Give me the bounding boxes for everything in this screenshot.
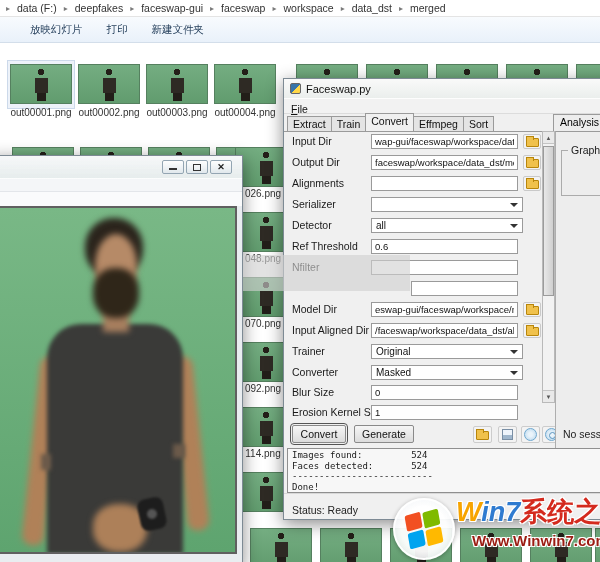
field-label: Converter xyxy=(292,366,338,378)
tab-sort[interactable]: Sort xyxy=(463,116,494,131)
browse-folder-button[interactable] xyxy=(523,176,541,191)
clear-icon xyxy=(524,428,537,441)
field-label: Blur Size xyxy=(292,386,334,398)
tab-analysis[interactable]: Analysis xyxy=(553,114,600,132)
detector-dropdown[interactable]: all xyxy=(371,218,523,233)
chevron-icon: ▸ xyxy=(399,4,403,13)
field-label: Serializer xyxy=(292,198,336,210)
breadcrumb-drive[interactable]: data (F:) xyxy=(17,2,57,14)
scrollbar-thumb[interactable] xyxy=(543,146,554,296)
input-dir-field[interactable] xyxy=(371,134,518,149)
serializer-dropdown[interactable] xyxy=(371,197,523,212)
photo-viewer-window: ✕ xyxy=(0,155,243,562)
field-label: Detector xyxy=(292,219,332,231)
window-title: Faceswap.py xyxy=(306,83,371,95)
tab-train[interactable]: Train xyxy=(331,116,367,131)
converter-dropdown[interactable]: Masked xyxy=(371,365,523,380)
close-icon: ✕ xyxy=(211,161,231,174)
dropdown-value: Original xyxy=(376,346,410,357)
browse-folder-button[interactable] xyxy=(523,302,541,317)
file-thumbnail[interactable] xyxy=(250,528,312,562)
new-folder-button[interactable]: 新建文件夹 xyxy=(152,23,205,37)
convert-button[interactable]: Convert xyxy=(292,425,346,443)
field-label: Input Dir xyxy=(292,135,332,147)
green-screen-figure-icon xyxy=(253,475,279,509)
minimize-button[interactable] xyxy=(162,160,184,174)
load-config-button[interactable] xyxy=(473,426,492,443)
save-config-button[interactable] xyxy=(498,426,517,443)
field-label: Ref Threshold xyxy=(292,240,358,252)
graphs-label: Graphs xyxy=(568,144,600,156)
chevron-icon: ▸ xyxy=(341,4,345,13)
chevron-icon: ▸ xyxy=(272,4,276,13)
watermark-brand: Win7系统之家 xyxy=(456,494,600,530)
file-thumbnail[interactable] xyxy=(320,528,382,562)
form-scrollbar[interactable]: ▲ ▼ xyxy=(542,131,555,403)
alignments-field[interactable] xyxy=(371,176,518,191)
tab-effmpeg[interactable]: Effmpeg xyxy=(413,116,464,131)
folder-icon xyxy=(476,431,489,440)
browse-folder-button[interactable] xyxy=(523,155,541,170)
maximize-button[interactable] xyxy=(186,160,208,174)
chevron-down-icon xyxy=(510,350,518,358)
scroll-up-arrow-icon[interactable]: ▲ xyxy=(543,132,554,144)
dropdown-value: Masked xyxy=(376,367,411,378)
faceswap-titlebar[interactable]: Faceswap.py xyxy=(284,79,600,99)
ref-threshold-field[interactable] xyxy=(371,239,518,254)
file-thumbnail[interactable] xyxy=(10,64,72,104)
browse-folder-button[interactable] xyxy=(523,323,541,338)
clear-config-button[interactable] xyxy=(521,426,540,443)
chevron-icon: ▸ xyxy=(64,4,68,13)
console-output: Images found: 524 Faces detected: 524 --… xyxy=(287,448,600,493)
trainer-dropdown[interactable]: Original xyxy=(371,344,523,359)
chevron-down-icon xyxy=(510,224,518,232)
print-button[interactable]: 打印 xyxy=(107,23,128,37)
chevron-icon: ▸ xyxy=(6,4,10,13)
chevron-down-icon xyxy=(510,203,518,211)
model-dir-field[interactable] xyxy=(371,302,518,317)
erosion-kernel-size-field[interactable] xyxy=(371,405,518,420)
dropdown-value: all xyxy=(376,220,386,231)
breadcrumb-merged[interactable]: merged xyxy=(410,2,446,14)
file-thumbnail[interactable] xyxy=(146,64,208,104)
file-thumbnail[interactable] xyxy=(214,64,276,104)
brand-cn: 系统之家 xyxy=(520,497,600,527)
console-text: Images found: 524 Faces detected: 524 --… xyxy=(288,449,600,493)
explorer-toolbar: 放映幻灯片 打印 新建文件夹 xyxy=(0,17,600,43)
output-dir-field[interactable] xyxy=(371,155,518,170)
file-thumbnail[interactable] xyxy=(78,64,140,104)
session-status: No session xyxy=(555,421,600,448)
file-label[interactable]: out00001.png xyxy=(6,107,76,118)
save-icon xyxy=(502,429,513,440)
generate-button[interactable]: Generate xyxy=(354,425,414,443)
faceswap-menubar: File xyxy=(284,99,600,114)
green-screen-figure-icon xyxy=(268,531,294,562)
scroll-down-arrow-icon[interactable]: ▼ xyxy=(543,390,554,402)
chevron-down-icon xyxy=(510,371,518,379)
file-label[interactable]: out00002.png xyxy=(74,107,144,118)
photo-viewer-titlebar[interactable]: ✕ xyxy=(0,156,242,179)
chevron-icon: ▸ xyxy=(130,4,134,13)
windows-logo-icon xyxy=(393,498,455,560)
maximize-icon xyxy=(193,164,201,171)
slideshow-button[interactable]: 放映幻灯片 xyxy=(30,23,83,37)
file-label[interactable]: out00003.png xyxy=(142,107,212,118)
tab-convert[interactable]: Convert xyxy=(365,113,414,131)
blur-size-field[interactable] xyxy=(371,385,518,400)
field-label: Input Aligned Dir xyxy=(292,324,369,336)
folder-icon xyxy=(526,327,539,336)
breadcrumb-faceswap[interactable]: faceswap xyxy=(221,2,265,14)
close-button[interactable]: ✕ xyxy=(210,160,232,174)
minimize-icon xyxy=(169,168,177,170)
action-bar: Convert Generate xyxy=(284,421,555,448)
file-label[interactable]: out00004.png xyxy=(210,107,280,118)
tab-extract[interactable]: Extract xyxy=(287,116,332,131)
breadcrumb-deepfakes[interactable]: deepfakes xyxy=(75,2,123,14)
breadcrumb-faceswap-gui[interactable]: faceswap-gui xyxy=(141,2,203,14)
filter-field[interactable] xyxy=(411,281,518,296)
input-aligned-dir-field[interactable] xyxy=(371,323,518,338)
breadcrumb-data-dst[interactable]: data_dst xyxy=(352,2,392,14)
photo-viewer-toolbar xyxy=(0,192,242,206)
browse-folder-button[interactable] xyxy=(523,134,541,149)
breadcrumb-workspace[interactable]: workspace xyxy=(283,2,333,14)
